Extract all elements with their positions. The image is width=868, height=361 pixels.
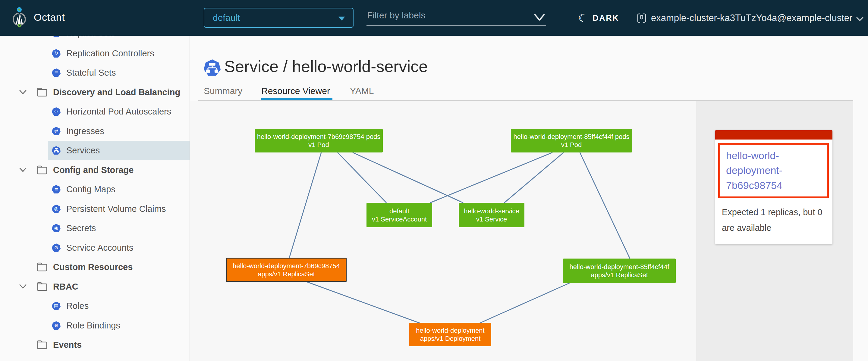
graph-node-pod-85ff4cf44f[interactable]: hello-world-deployment-85ff4cf44f pods v… xyxy=(511,129,632,153)
namespace-value: default xyxy=(213,13,240,23)
tab-resource-viewer[interactable]: Resource Viewer xyxy=(261,86,330,96)
config-maps-icon: ≡ xyxy=(52,185,61,193)
graph-node-replicaset-7b69c98754[interactable]: hello-world-deployment-7b69c98754 apps/v… xyxy=(226,258,347,282)
namespace-dropdown[interactable]: default xyxy=(204,8,353,28)
horizontal-pod-autoscalers-icon: ⇔ xyxy=(52,107,61,116)
right-gutter xyxy=(853,101,868,361)
stateful-sets-icon: ≣ xyxy=(52,68,61,77)
sidebar-group-discovery-and-load-balancing[interactable]: Discovery and Load Balancing xyxy=(0,83,190,102)
node-title: hello-world-deployment-7b69c98754 pods xyxy=(257,133,381,141)
label-filter xyxy=(367,7,546,26)
sidebar-group-label: Config and Storage xyxy=(53,165,133,175)
node-kind: v1 Pod xyxy=(561,141,582,149)
octant-logo xyxy=(12,5,26,30)
app-title: Octant xyxy=(34,11,65,23)
sidebar-item-custom-resources[interactable]: Custom Resources xyxy=(0,257,190,276)
chevron-down-icon[interactable] xyxy=(19,284,27,290)
detail-panel: hello-world-deployment-7b69c98754 Expect… xyxy=(696,101,853,361)
node-title: hello-world-deployment-85ff4cf44f xyxy=(569,263,670,271)
filter-input[interactable] xyxy=(367,7,546,26)
sidebar-group-rbac[interactable]: RBAC xyxy=(0,277,190,296)
selected-resource-box: hello-world-deployment-7b69c98754 xyxy=(718,143,829,198)
graph-node-serviceaccount-default[interactable]: default v1 ServiceAccount xyxy=(367,203,432,227)
sidebar-item-secrets[interactable]: ◉ Secrets xyxy=(0,219,190,238)
sidebar: ▣ Replica Sets ↻ Replication Controllers… xyxy=(0,36,190,361)
folder-icon xyxy=(37,339,48,350)
sidebar-group-label: RBAC xyxy=(53,282,79,292)
tab-summary[interactable]: Summary xyxy=(204,86,242,96)
resource-link[interactable]: hello-world-deployment-7b69c98754 xyxy=(726,148,821,193)
sidebar-item-label: Persistent Volume Claims xyxy=(66,204,166,214)
node-title: hello-world-deployment-85ff4cf44f pods xyxy=(514,133,629,141)
graph-node-replicaset-85ff4cf44f[interactable]: hello-world-deployment-85ff4cf44f apps/v… xyxy=(563,259,676,283)
node-kind: v1 Pod xyxy=(308,141,329,149)
node-kind: v1 ServiceAccount xyxy=(372,215,427,223)
resource-status-message: Expected 1 replicas, but 0 are available xyxy=(722,204,826,236)
node-kind: v1 Service xyxy=(476,215,507,223)
folder-icon xyxy=(37,262,48,272)
graph-node-pod-7b69c98754[interactable]: hello-world-deployment-7b69c98754 pods v… xyxy=(255,129,383,153)
cluster-context-label: example-cluster-ka3TuTzYo4a@example-clus… xyxy=(651,13,852,24)
sidebar-item-config-maps[interactable]: ≡ Config Maps xyxy=(0,179,190,199)
chevron-down-icon xyxy=(856,17,864,22)
sidebar-group-config-and-storage[interactable]: Config and Storage xyxy=(0,160,190,179)
node-title: hello-world-service xyxy=(464,207,519,215)
page-title: Service / hello-world-service xyxy=(224,57,428,76)
sidebar-item-ingresses[interactable]: ⇄ Ingresses xyxy=(0,122,190,141)
persistent-volume-claims-icon: ◎ xyxy=(52,205,61,213)
service-icon xyxy=(204,59,221,76)
sidebar-item-label: Ingresses xyxy=(66,126,104,136)
sidebar-item-label: Service Accounts xyxy=(66,243,133,253)
replication-controllers-icon: ↻ xyxy=(52,49,61,58)
chevron-down-icon xyxy=(338,17,345,21)
folder-icon xyxy=(37,87,48,97)
theme-toggle[interactable]: ☾ DARK xyxy=(578,9,619,27)
node-title: hello-world-deployment-7b69c98754 xyxy=(233,262,340,270)
sidebar-item-label: Roles xyxy=(66,301,89,311)
main-content: Service / hello-world-service Summary Re… xyxy=(190,36,868,361)
graph-node-service-hello-world-service[interactable]: hello-world-service v1 Service xyxy=(459,203,524,227)
sidebar-item-label: Events xyxy=(53,340,82,350)
cluster-selector[interactable]: example-cluster-ka3TuTzYo4a@example-clus… xyxy=(637,9,864,27)
service-accounts-icon: ⊙ xyxy=(52,243,61,252)
sidebar-item-label: Config Maps xyxy=(66,185,116,194)
sidebar-item-persistent-volume-claims[interactable]: ◎ Persistent Volume Claims xyxy=(0,199,190,219)
active-tab-underline xyxy=(261,98,333,100)
node-kind: apps/v1 ReplicaSet xyxy=(258,270,315,278)
app-header: Octant default ☾ DARK example-cluster-ka… xyxy=(0,0,868,36)
chevron-down-icon[interactable] xyxy=(19,167,27,173)
tab-yaml[interactable]: YAML xyxy=(350,86,374,96)
sidebar-group-label: Discovery and Load Balancing xyxy=(53,87,180,97)
moon-icon: ☾ xyxy=(577,11,589,25)
sidebar-item-label: Horizontal Pod Autoscalers xyxy=(66,107,171,117)
sidebar-item-label: Stateful Sets xyxy=(66,68,116,78)
sidebar-item-events[interactable]: Events xyxy=(0,335,190,354)
resource-graph: hello-world-deployment-7b69c98754 pods v… xyxy=(190,101,696,361)
services-icon xyxy=(52,146,61,155)
sidebar-item-replication-controllers[interactable]: ↻ Replication Controllers xyxy=(0,44,190,63)
sidebar-item-replica-sets[interactable]: ▣ Replica Sets xyxy=(0,36,190,43)
node-title: default xyxy=(390,207,409,215)
graph-node-deployment-hello-world-deployment[interactable]: hello-world-deployment apps/v1 Deploymen… xyxy=(409,323,491,346)
folder-icon xyxy=(37,165,48,175)
sidebar-item-stateful-sets[interactable]: ≣ Stateful Sets xyxy=(0,63,190,82)
sidebar-item-label: Custom Resources xyxy=(53,262,133,272)
chevron-down-icon[interactable] xyxy=(533,13,546,22)
sidebar-item-service-accounts[interactable]: ⊙ Service Accounts xyxy=(0,238,190,257)
error-status-bar xyxy=(715,130,832,139)
sidebar-item-horizontal-pod-autoscalers[interactable]: ⇔ Horizontal Pod Autoscalers xyxy=(0,102,190,121)
sidebar-item-label: Secrets xyxy=(66,223,96,233)
selected-resource-card: hello-world-deployment-7b69c98754 Expect… xyxy=(715,130,832,244)
roles-icon: ▤ xyxy=(52,302,61,310)
chevron-down-icon[interactable] xyxy=(19,89,27,95)
role-bindings-icon: ⊕ xyxy=(52,321,61,330)
sidebar-item-roles[interactable]: ▤ Roles xyxy=(0,296,190,316)
theme-toggle-label: DARK xyxy=(592,13,619,23)
node-kind: apps/v1 Deployment xyxy=(420,334,481,342)
sidebar-item-role-bindings[interactable]: ⊕ Role Bindings xyxy=(0,316,190,335)
sidebar-item-services[interactable]: Services xyxy=(0,141,190,160)
sidebar-item-label: Role Bindings xyxy=(66,321,120,331)
folder-icon xyxy=(37,282,48,292)
replica-sets-icon: ▣ xyxy=(52,36,61,37)
node-title: hello-world-deployment xyxy=(416,326,484,334)
